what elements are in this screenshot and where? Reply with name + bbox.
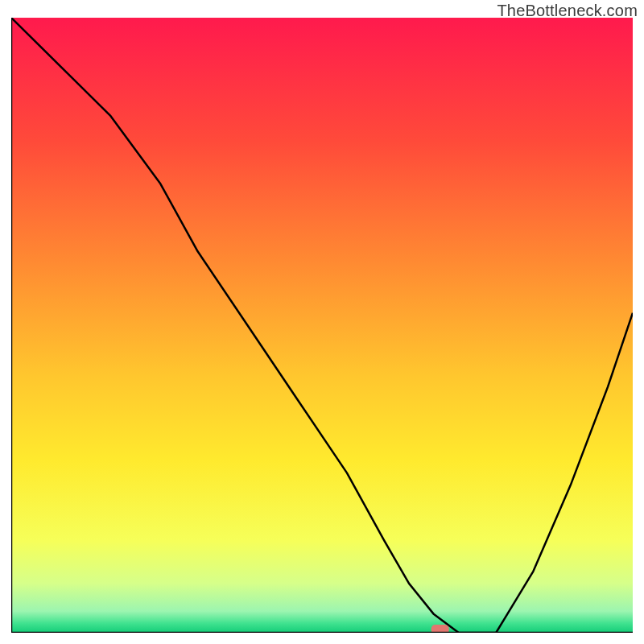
attribution-watermark: TheBottleneck.com	[497, 2, 638, 20]
chart-svg	[11, 18, 633, 633]
optimal-marker	[431, 625, 449, 633]
chart-container: TheBottleneck.com	[0, 0, 644, 644]
plot-area	[11, 18, 633, 633]
